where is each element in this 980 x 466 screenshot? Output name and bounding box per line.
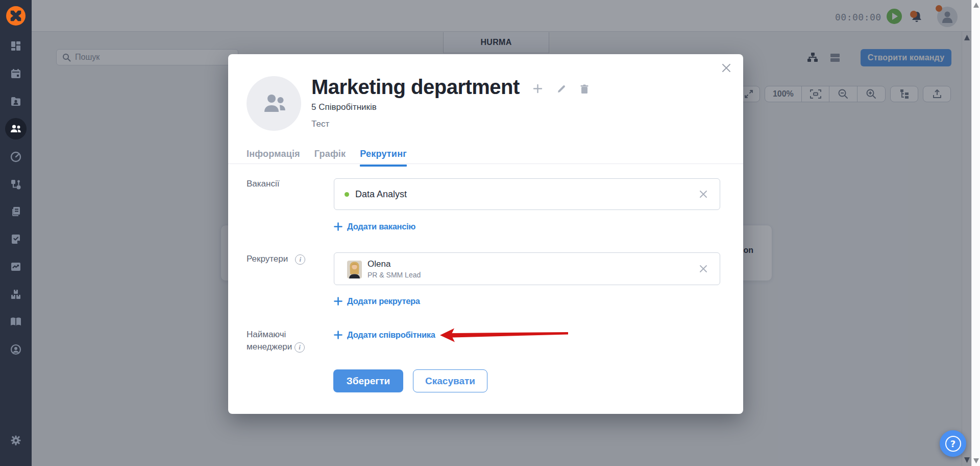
employee-count: 5 Співробітників: [311, 102, 377, 112]
sidebar-item-dashboard[interactable]: [6, 36, 26, 56]
team-people-icon: [261, 91, 287, 116]
vacancies-label: Вакансії: [247, 179, 279, 189]
recruiters-info-icon[interactable]: i: [295, 254, 305, 265]
vacancy-row: Data Analyst: [345, 179, 407, 209]
plus-icon: [532, 83, 543, 94]
sidebar-item-assets[interactable]: [6, 284, 26, 305]
remove-recruiter-button[interactable]: [698, 264, 708, 274]
trash-icon: [580, 84, 589, 94]
team-description: Тест: [311, 119, 329, 129]
team-icon: [9, 122, 22, 135]
boxes-icon: [10, 288, 22, 300]
dashboard-icon: [10, 40, 22, 52]
remove-vacancy-button[interactable]: [698, 189, 708, 199]
add-recruiter-label: Додати рекрутера: [347, 296, 420, 306]
sidebar-item-calendar[interactable]: [6, 63, 26, 84]
recruiters-label-text: Рекрутери: [247, 254, 288, 264]
sidebar-item-employees[interactable]: [6, 91, 26, 111]
close-icon: [698, 264, 708, 274]
sidebar-item-reports[interactable]: [6, 257, 26, 277]
sidebar-item-performance[interactable]: [6, 147, 26, 167]
hiring-managers-info-icon[interactable]: i: [295, 342, 305, 353]
vacancy-name: Data Analyst: [355, 189, 407, 200]
hiring-managers-label-text: Наймаючі менеджери: [247, 330, 292, 352]
sidebar-item-teams[interactable]: [5, 118, 27, 139]
sidebar-item-news[interactable]: [6, 201, 26, 222]
vacancy-item: Data Analyst: [334, 178, 720, 210]
help-symbol: ?: [950, 438, 955, 449]
plus-icon: [334, 222, 342, 231]
sidebar: [0, 0, 32, 466]
cancel-label: Скасувати: [425, 376, 475, 387]
save-button[interactable]: Зберегти: [333, 369, 403, 392]
sidebar-item-tasks[interactable]: [6, 229, 26, 249]
speedometer-icon: [10, 151, 22, 163]
sidebar-item-settings[interactable]: [6, 430, 26, 451]
recruiters-label: Рекрутери i: [247, 254, 305, 265]
hurma-logo[interactable]: [6, 6, 26, 26]
recruiter-photo: [347, 261, 362, 278]
chart-icon: [10, 261, 22, 273]
pencil-icon: [556, 84, 567, 94]
browser-scrollbar[interactable]: [971, 0, 980, 466]
sidebar-item-profile[interactable]: [6, 339, 26, 360]
plus-icon: [334, 297, 342, 306]
book-icon: [9, 316, 22, 328]
team-title: Marketing department: [311, 76, 520, 99]
team-avatar: [247, 76, 301, 131]
hiring-managers-label: Наймаючі менеджери i: [247, 329, 313, 353]
modal-close-button[interactable]: [721, 62, 732, 74]
add-vacancy-label: Додати вакансію: [347, 222, 415, 231]
edit-team-button[interactable]: [556, 84, 567, 96]
close-icon: [721, 62, 732, 74]
add-recruiter-link[interactable]: Додати рекрутера: [334, 296, 420, 306]
add-subteam-button[interactable]: [532, 83, 543, 96]
add-vacancy-link[interactable]: Додати вакансію: [334, 222, 415, 231]
cancel-button[interactable]: Скасувати: [413, 369, 487, 392]
calendar-icon: [10, 67, 22, 80]
gear-icon: [10, 434, 22, 447]
close-icon: [698, 189, 708, 199]
news-icon: [10, 205, 22, 218]
vacancy-status-dot: [345, 192, 349, 197]
plus-icon: [334, 331, 342, 339]
structure-icon: [10, 178, 22, 191]
recruiter-item: Olena PR & SMM Lead: [334, 252, 720, 285]
app-root: 00:00:00 Пошук HURMA: [0, 0, 980, 466]
task-check-icon: [10, 233, 22, 245]
tabs-divider: [228, 164, 743, 164]
add-hiring-manager-link[interactable]: Додати співробітника: [334, 330, 435, 340]
add-hiring-manager-label: Додати співробітника: [347, 330, 435, 340]
help-button[interactable]: ?: [940, 430, 966, 457]
sidebar-item-org-structure[interactable]: [6, 174, 26, 195]
sidebar-item-knowledge-base[interactable]: [6, 312, 26, 332]
profile-icon: [10, 343, 22, 356]
browser-scrollbar-arrows: [972, 0, 980, 466]
title-actions: [532, 83, 589, 96]
employee-card-icon: [10, 95, 22, 107]
team-modal: Marketing department 5 Співробітн: [228, 54, 743, 414]
question-icon: ?: [945, 436, 961, 452]
recruiter-role: PR & SMM Lead: [368, 271, 421, 279]
save-label: Зберегти: [347, 376, 390, 387]
recruiter-name: Olena: [368, 259, 390, 269]
delete-team-button[interactable]: [580, 84, 589, 96]
